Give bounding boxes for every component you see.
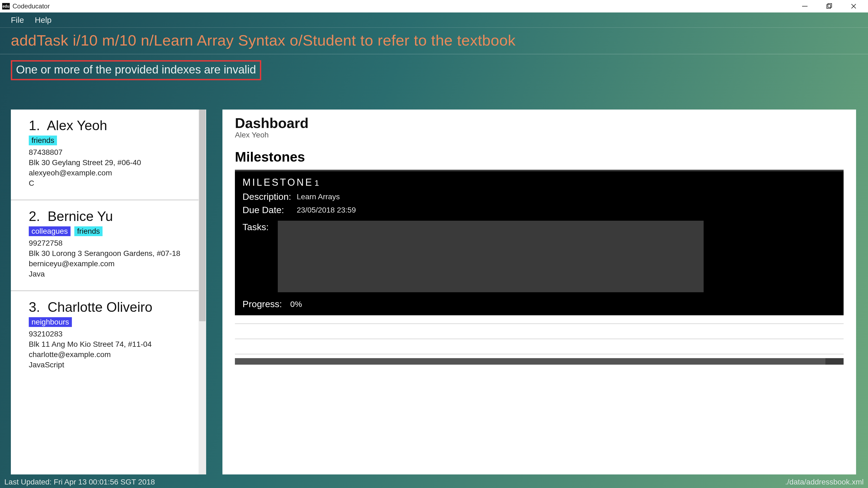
app-icon: edu	[2, 3, 10, 9]
result-row: One or more of the provided indexes are …	[0, 54, 868, 83]
scrollbar-thumb[interactable]	[199, 109, 206, 321]
person-list-scrollbar[interactable]	[198, 109, 206, 475]
person-card[interactable]: 1. Alex Yeoh friends 87438807 Blk 30 Gey…	[11, 109, 206, 200]
person-lang: JavaScript	[29, 361, 193, 369]
person-name: 3. Charlotte Oliveiro	[29, 299, 193, 315]
person-email: berniceyu@example.com	[29, 259, 193, 268]
svg-rect-2	[828, 3, 832, 7]
error-message: One or more of the provided indexes are …	[11, 60, 261, 80]
person-card[interactable]: 2. Bernice Yu colleagues friends 9927275…	[11, 200, 206, 291]
milestone-description-label: Description:	[243, 191, 297, 202]
person-tag: friends	[74, 226, 102, 236]
menu-bar: File Help	[0, 12, 868, 28]
menu-file[interactable]: File	[5, 13, 29, 27]
close-button[interactable]	[841, 0, 866, 12]
window-titlebar: edu Codeducator	[0, 0, 868, 12]
dashboard-title: Dashboard	[235, 115, 844, 131]
person-email: alexyeoh@example.com	[29, 169, 193, 177]
person-tags: friends	[29, 135, 193, 145]
menu-help[interactable]: Help	[29, 13, 57, 27]
milestone-tasks-list[interactable]	[278, 221, 704, 292]
status-last-updated: Last Updated: Fri Apr 13 00:01:56 SGT 20…	[4, 478, 155, 486]
person-tags: neighbours	[29, 317, 193, 327]
person-email: charlotte@example.com	[29, 350, 193, 359]
person-address: Blk 11 Ang Mo Kio Street 74, #11-04	[29, 340, 193, 349]
svg-rect-1	[827, 5, 831, 8]
milestone-empty-rows	[235, 317, 844, 354]
milestone-hscrollbar[interactable]	[235, 358, 844, 365]
hscrollbar-thumb[interactable]	[235, 358, 826, 365]
person-tag: neighbours	[29, 317, 72, 327]
status-file-path: ./data/addressbook.xml	[785, 478, 864, 486]
milestone-due-label: Due Date:	[243, 205, 297, 215]
status-bar: Last Updated: Fri Apr 13 00:01:56 SGT 20…	[0, 476, 868, 488]
person-card[interactable]: 3. Charlotte Oliveiro neighbours 9321028…	[11, 291, 206, 381]
person-name: 2. Bernice Yu	[29, 208, 193, 224]
person-phone: 99272758	[29, 239, 193, 248]
person-phone: 93210283	[29, 330, 193, 338]
milestone-description-value: Learn Arrays	[297, 193, 340, 201]
dashboard-panel: Dashboard Alex Yeoh Milestones MILESTONE…	[222, 109, 856, 475]
milestone-tasks-label: Tasks:	[243, 221, 278, 232]
milestone-progress-value: 0%	[290, 300, 302, 309]
milestone-card: MILESTONE1 Description: Learn Arrays Due…	[235, 170, 844, 315]
milestones-header: Milestones	[235, 149, 844, 165]
person-address: Blk 30 Geylang Street 29, #06-40	[29, 158, 193, 167]
minimize-button[interactable]	[793, 0, 817, 12]
app-title: Codeducator	[12, 2, 50, 10]
milestone-progress-label: Progress:	[243, 299, 290, 310]
command-input[interactable]	[11, 31, 857, 49]
milestone-due-value: 23/05/2018 23:59	[297, 206, 356, 215]
milestone-title: MILESTONE1	[243, 177, 836, 188]
person-tag: colleagues	[29, 226, 70, 236]
person-list-panel: 1. Alex Yeoh friends 87438807 Blk 30 Gey…	[11, 109, 206, 475]
maximize-button[interactable]	[817, 0, 841, 12]
dashboard-subtitle: Alex Yeoh	[235, 131, 844, 139]
command-input-row	[0, 28, 868, 54]
person-lang: C	[29, 179, 193, 188]
person-address: Blk 30 Lorong 3 Serangoon Gardens, #07-1…	[29, 249, 193, 258]
person-name: 1. Alex Yeoh	[29, 118, 193, 133]
person-phone: 87438807	[29, 148, 193, 157]
person-tags: colleagues friends	[29, 226, 193, 236]
person-lang: Java	[29, 270, 193, 279]
person-tag: friends	[29, 135, 57, 145]
